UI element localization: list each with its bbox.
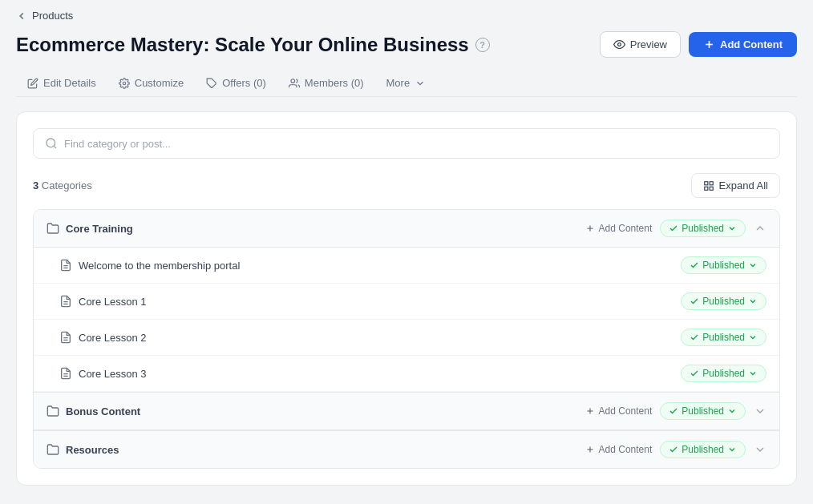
expand-icon[interactable]	[754, 443, 766, 456]
categories-count-number: 3	[33, 179, 38, 192]
page-title: Ecommerce Mastery: Scale Your Online Bus…	[16, 34, 469, 56]
lesson-published-badge[interactable]: Published	[681, 292, 766, 310]
tag-icon	[206, 78, 217, 89]
plus-icon-small	[585, 406, 595, 416]
collapse-icon[interactable]	[754, 222, 766, 235]
svg-rect-9	[710, 181, 713, 184]
tabs-bar: Edit Details Customize Offers (0) Memb	[16, 71, 797, 97]
tab-offers[interactable]: Offers (0)	[195, 71, 277, 97]
chevron-down-icon	[748, 296, 758, 306]
lesson-published-badge[interactable]: Published	[681, 329, 766, 346]
check-icon	[669, 445, 678, 454]
document-icon	[59, 331, 72, 344]
resources-published-badge[interactable]: Published	[660, 441, 746, 458]
eye-icon	[613, 38, 625, 50]
expand-icon	[703, 180, 714, 192]
check-icon	[669, 406, 678, 416]
folder-icon	[47, 222, 59, 235]
tab-members-label: Members (0)	[305, 77, 364, 89]
check-icon	[690, 333, 699, 342]
preview-button[interactable]: Preview	[600, 31, 681, 58]
svg-rect-8	[704, 181, 707, 184]
brush-icon	[119, 78, 130, 89]
category-core-training-label: Core Training	[66, 223, 579, 235]
lesson-published-badge[interactable]: Published	[681, 256, 766, 274]
pencil-icon	[27, 78, 38, 89]
published-badge[interactable]: Published	[660, 220, 746, 237]
lesson-row: Core Lesson 2 Published	[34, 320, 779, 356]
category-row: Resources Add Content Published	[34, 430, 779, 468]
check-icon	[690, 369, 699, 378]
row-actions: Add Content Published	[585, 402, 766, 420]
category-row: Bonus Content Add Content Published	[34, 392, 779, 430]
lesson-published-badge[interactable]: Published	[681, 365, 766, 382]
chevron-down-icon	[748, 333, 758, 342]
add-content-bonus-button[interactable]: Add Content	[585, 405, 653, 417]
add-content-row-button[interactable]: Add Content	[585, 223, 653, 234]
categories-container: Core Training Add Content Published	[33, 209, 780, 469]
lesson-1-label: Core Lesson 1	[79, 296, 674, 308]
chevron-down-icon	[748, 260, 758, 270]
lesson-welcome-label: Welcome to the membership portal	[79, 260, 674, 272]
expand-icon[interactable]	[754, 405, 766, 417]
lesson-published-label: Published	[702, 296, 745, 307]
check-icon	[690, 296, 699, 306]
bonus-published-badge[interactable]: Published	[660, 402, 746, 420]
svg-point-6	[47, 139, 55, 147]
chevron-down-icon	[748, 369, 758, 378]
tab-edit-details-label: Edit Details	[43, 77, 96, 89]
add-content-label: Add Content	[720, 38, 783, 50]
check-icon	[690, 260, 699, 270]
breadcrumb[interactable]: Products	[16, 10, 797, 22]
tab-offers-label: Offers (0)	[222, 77, 266, 89]
add-content-button[interactable]: Add Content	[689, 32, 797, 57]
lesson-published-label: Published	[702, 260, 745, 271]
chevron-down-badge-icon	[727, 224, 737, 233]
document-icon	[59, 367, 72, 380]
lesson-row-actions: Published	[681, 329, 766, 346]
svg-line-7	[54, 146, 56, 148]
add-content-resources-button[interactable]: Add Content	[585, 444, 653, 455]
help-icon[interactable]: ?	[475, 38, 490, 52]
breadcrumb-label: Products	[32, 10, 73, 22]
folder-icon	[47, 443, 59, 456]
svg-point-3	[123, 82, 126, 85]
tab-more[interactable]: More	[375, 71, 438, 97]
lesson-published-label: Published	[702, 332, 745, 343]
category-row: Core Training Add Content Published	[34, 210, 779, 248]
categories-count-label: Categories	[42, 179, 92, 192]
search-bar	[33, 128, 780, 159]
tab-edit-details[interactable]: Edit Details	[16, 71, 107, 97]
bonus-published-label: Published	[682, 405, 724, 417]
lesson-row: Welcome to the membership portal Publish…	[34, 248, 779, 284]
search-input[interactable]	[64, 138, 768, 150]
chevron-down-badge-icon	[727, 445, 737, 454]
tab-members[interactable]: Members (0)	[277, 71, 375, 97]
plus-icon	[703, 38, 715, 50]
preview-label: Preview	[630, 38, 667, 50]
expand-all-button[interactable]: Expand All	[691, 173, 780, 198]
tab-customize[interactable]: Customize	[107, 71, 195, 97]
folder-icon	[47, 405, 59, 417]
lesson-row-actions: Published	[681, 365, 766, 382]
svg-rect-10	[710, 187, 713, 190]
category-bonus-label: Bonus Content	[66, 405, 579, 417]
document-icon	[59, 259, 72, 272]
users-icon	[289, 78, 300, 89]
resources-published-label: Published	[682, 444, 724, 455]
header-actions: Preview Add Content	[600, 31, 797, 58]
row-actions: Add Content Published	[585, 441, 766, 458]
chevron-down-badge-icon	[727, 406, 737, 416]
lesson-row-actions: Published	[681, 292, 766, 310]
search-icon	[45, 137, 58, 150]
page-container: Products Ecommerce Mastery: Scale Your O…	[0, 0, 813, 504]
lesson-published-label: Published	[702, 368, 745, 379]
check-icon	[669, 224, 678, 233]
main-card: 3 Categories Expand All Core Training	[16, 111, 797, 486]
plus-icon-small	[585, 445, 595, 454]
chevron-down-icon	[415, 78, 426, 89]
plus-icon-small	[585, 224, 595, 233]
document-icon	[59, 295, 72, 308]
row-actions: Add Content Published	[585, 220, 766, 237]
svg-rect-11	[704, 187, 707, 190]
